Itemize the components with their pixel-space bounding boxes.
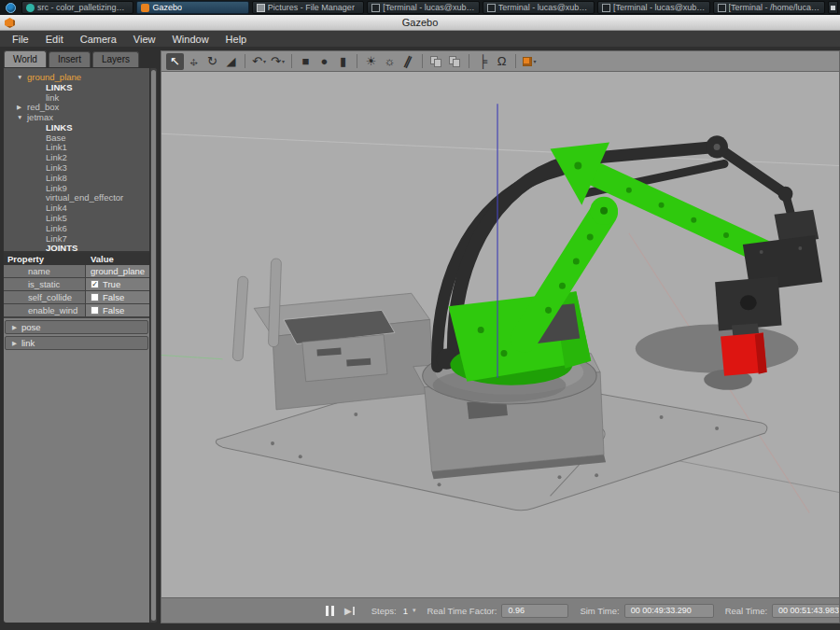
undo-icon[interactable]: ↶▾ [250,53,268,70]
taskbar-overflow-icon[interactable] [828,1,838,14]
tree-item-label: JOINTS [46,243,77,253]
taskbar-window-label: Pictures - File Manager [268,3,355,12]
toolbar-separator [291,54,292,68]
menu-view[interactable]: View [125,33,164,46]
property-row-name: nameground_plane [4,265,149,278]
translate-tool-icon[interactable]: ↔↕ [185,53,203,70]
property-name: is_static [4,278,86,290]
taskbar-window-button[interactable]: [Terminal - lucas@xubuntu: ~... [597,1,709,14]
3d-viewport[interactable] [161,72,840,597]
snap-icon[interactable]: Ω [493,53,511,70]
taskbar-window-button[interactable]: [Terminal - /home/lucas/ros/... [713,1,825,14]
xubuntu-menu-icon[interactable] [2,1,19,14]
tree-item-links[interactable]: LINKS [4,82,149,92]
menu-edit[interactable]: Edit [37,33,72,46]
tree-item-link4[interactable]: Link4 [4,203,149,213]
cylinder-shape-icon[interactable]: ▮ [334,53,352,70]
taskbar-window-label: Gazebo [152,3,182,12]
property-value: ✓True [86,278,149,290]
menu-file[interactable]: File [4,33,37,46]
taskbar-window-label: [Terminal - /home/lucas/ros/... [729,3,820,12]
tab-insert[interactable]: Insert [49,51,91,67]
pause-button[interactable] [320,606,340,616]
property-panel: Property Value nameground_planeis_static… [4,253,149,623]
tree-item-label: red_box [27,102,59,112]
terminal-icon [718,4,726,12]
property-name: enable_wind [4,304,86,316]
point-light-icon[interactable]: ☀ [362,53,380,70]
step-button[interactable]: ▶ [344,606,355,616]
property-group-pose[interactable]: ▶pose [5,320,148,334]
toolbar-separator [245,54,245,68]
property-group-label: pose [21,322,41,332]
tree-item-link5[interactable]: Link5 [4,213,149,223]
taskbar-window-label: [Terminal - lucas@xubuntu: ~... [383,3,474,12]
tree-item-ground_plane[interactable]: ▼ground_plane [4,72,149,82]
spot-light-icon[interactable]: ☼ [381,53,399,70]
tree-item-link2[interactable]: Link2 [4,152,149,162]
red-box[interactable] [721,332,767,375]
tree-item-label: Link7 [46,233,67,244]
taskbar-window-button[interactable]: src - color_palletizing_main.py [21,1,133,14]
tree-item-red_box[interactable]: ▶red_box [4,102,149,112]
tree-item-joints[interactable]: JOINTS [4,244,149,253]
tree-item-jetmax[interactable]: ▼jetmax [4,112,149,122]
checkbox-checked[interactable]: ✓ [91,280,99,288]
directional-light-icon[interactable]: ∥ [399,53,417,70]
simulation-statusbar: ▶ Steps: 1 ▾ Real Time Factor: 0.96 Sim … [161,597,840,623]
property-value-text: ground_plane [91,266,145,276]
property-value: False [86,291,149,303]
taskbar-window-label: [Terminal - lucas@xubuntu: ~... [613,3,705,12]
window-titlebar[interactable]: Gazebo [0,15,840,31]
select-tool-icon[interactable]: ↖ [166,53,184,70]
tree-item-link1[interactable]: Link1 [4,143,149,153]
paste-icon[interactable] [446,53,464,70]
menu-camera[interactable]: Camera [72,33,125,46]
menu-window[interactable]: Window [163,33,217,46]
checkbox-unchecked[interactable] [91,306,99,315]
taskbar-window-button[interactable]: [Terminal - lucas@xubuntu: ~... [367,1,479,14]
expand-icon[interactable]: ▶ [17,104,27,111]
sphere-shape-icon[interactable]: ● [315,53,333,70]
box-shape-icon[interactable]: ■ [297,53,315,70]
panel-body: ▼ground_planeLINKSlink▶red_box▼jetmaxLIN… [3,67,158,623]
tree-item-label: Link6 [46,223,67,233]
tree-item-link3[interactable]: Link3 [4,162,149,173]
checkbox-unchecked[interactable] [91,293,99,301]
tree-item-label: Link4 [46,203,67,213]
taskbar-window-button[interactable]: Terminal - lucas@xubuntu: ~/... [483,1,595,14]
scrollbar-thumb[interactable] [151,70,156,621]
tree-item-link9[interactable]: Link9 [4,183,149,193]
tree-item-links[interactable]: LINKS [4,122,149,133]
tab-world[interactable]: World [4,50,47,67]
tree-item-link[interactable]: link [4,92,149,103]
tab-layers[interactable]: Layers [92,51,139,67]
world-tree: ▼ground_planeLINKSlink▶red_box▼jetmaxLIN… [4,68,149,253]
tree-item-label: Link8 [46,173,67,183]
tree-item-link7[interactable]: Link7 [4,233,149,244]
property-row-is_static: is_static✓True [4,278,149,291]
collapse-icon[interactable]: ▼ [17,74,27,80]
panel-tabs: WorldInsertLayers [3,50,158,67]
align-icon[interactable]: ╞ [474,53,492,70]
tree-item-base[interactable]: Base [4,133,149,143]
real-time-label: Real Time: [725,606,767,616]
rotate-tool-icon[interactable]: ↻ [203,53,221,70]
copy-icon[interactable] [427,53,445,70]
panel-scrollbar[interactable] [149,68,157,623]
taskbar-window-button[interactable]: Gazebo [136,1,248,14]
terminal-icon [602,4,610,12]
view-angle-icon[interactable]: ▾ [521,53,539,70]
collapse-icon[interactable]: ▼ [17,114,27,120]
left-panel: WorldInsertLayers ▼ground_planeLINKSlink… [3,50,158,623]
scale-tool-icon[interactable]: ◢ [222,53,240,70]
property-value: ground_plane [86,265,149,277]
tree-item-virtual_end_effector[interactable]: virtual_end_effector [4,193,149,203]
tree-item-link8[interactable]: Link8 [4,173,149,183]
taskbar-window-button[interactable]: Pictures - File Manager [252,1,364,14]
property-group-link[interactable]: ▶link [5,336,148,350]
redo-icon[interactable]: ↷▾ [269,53,287,70]
steps-dropdown-icon[interactable]: ▾ [413,607,416,614]
tree-item-link6[interactable]: Link6 [4,223,149,233]
menu-help[interactable]: Help [217,33,256,46]
